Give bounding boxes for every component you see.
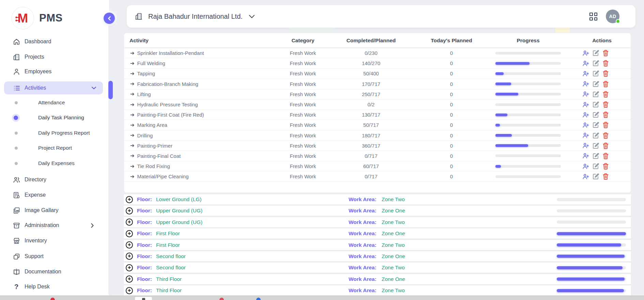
work-area-value: Zone One	[382, 208, 405, 214]
company-selector[interactable]: Raja Bahadur International Ltd.	[135, 5, 255, 28]
actions-cell	[578, 60, 631, 66]
category-cell: Fresh Work	[274, 60, 332, 66]
sidebar-item-documentation[interactable]: Documentation	[0, 266, 104, 277]
delete-icon[interactable]	[602, 122, 609, 128]
sidebar-scrollbar-thumb[interactable]	[108, 81, 113, 99]
delete-icon[interactable]	[602, 70, 609, 77]
sidebar-item-activities[interactable]: Activities	[4, 81, 103, 94]
edit-icon[interactable]	[593, 132, 599, 139]
floor-progress-bar	[557, 221, 626, 224]
arrow-right-icon: ➔	[130, 60, 135, 66]
sidebar-item-inventory[interactable]: Inventory	[0, 235, 104, 246]
activity-cell: ➔Tapping	[124, 71, 274, 77]
sidebar-subitem-project-report[interactable]: Project Report	[0, 143, 102, 153]
completed-planned-cell: 0/717	[332, 174, 410, 179]
col-activity: Activity	[124, 38, 274, 44]
sidebar-scrollbar-track[interactable]	[108, 24, 113, 296]
progress-bar	[495, 165, 561, 168]
delete-icon[interactable]	[602, 81, 609, 87]
sidebar-item-administration[interactable]: Administration	[0, 220, 104, 231]
expand-plus-icon[interactable]: +	[126, 241, 133, 249]
assign-user-icon[interactable]	[583, 163, 589, 169]
sidebar-item-dashboard[interactable]: Dashboard	[0, 36, 104, 47]
taskbar-app-icon[interactable]	[50, 298, 55, 300]
assign-user-icon[interactable]	[583, 142, 589, 149]
taskbar-active-app[interactable]	[135, 297, 152, 300]
question-icon: ?	[13, 283, 20, 290]
delete-icon[interactable]	[602, 163, 609, 169]
expand-plus-icon[interactable]: +	[126, 264, 133, 271]
delete-icon[interactable]	[602, 153, 609, 159]
sidebar-item-label: Dashboard	[25, 39, 51, 45]
work-area-label: Work Area:	[349, 276, 377, 282]
floor-label: Floor:	[137, 242, 152, 248]
floor-label: Floor:	[137, 265, 152, 271]
expand-plus-icon[interactable]: +	[126, 207, 133, 214]
actions-cell	[578, 111, 631, 118]
sidebar-item-help-desk[interactable]: ? Help Desk	[0, 281, 104, 292]
taskbar-app-icon[interactable]	[256, 298, 261, 300]
category-cell: Fresh Work	[274, 102, 332, 107]
expand-plus-icon[interactable]: +	[126, 196, 133, 203]
assign-user-icon[interactable]	[583, 173, 589, 180]
edit-icon[interactable]	[593, 163, 599, 169]
sidebar-item-employees[interactable]: Employees	[0, 66, 104, 77]
expand-plus-icon[interactable]: +	[126, 275, 133, 283]
sidebar-item-projects[interactable]: Projects	[0, 51, 104, 62]
floor-label: Floor:	[137, 253, 152, 259]
assign-user-icon[interactable]	[583, 111, 589, 118]
sidebar-item-image-gallary[interactable]: Image Gallary	[0, 205, 104, 216]
sidebar-collapse-button[interactable]	[104, 13, 115, 24]
edit-icon[interactable]	[593, 50, 599, 56]
logo-letter: M	[18, 12, 28, 25]
assign-user-icon[interactable]	[583, 153, 589, 159]
expand-plus-icon[interactable]: +	[126, 253, 133, 260]
sidebar-subitem-daily-progress-report[interactable]: Daily Progress Report	[0, 128, 102, 138]
assign-user-icon[interactable]	[583, 132, 589, 139]
sidebar-subitem-daily-expenses[interactable]: Daily Expenses	[0, 158, 102, 168]
expand-plus-icon[interactable]: +	[126, 219, 133, 226]
people-icon	[13, 176, 20, 183]
edit-icon[interactable]	[593, 153, 599, 159]
category-cell: Fresh Work	[274, 81, 332, 87]
edit-icon[interactable]	[593, 70, 599, 77]
table-row: ➔Sprinkler Installation-Pendant Fresh Wo…	[124, 48, 631, 58]
delete-icon[interactable]	[602, 101, 609, 108]
avatar[interactable]: AD	[606, 10, 619, 23]
delete-icon[interactable]	[602, 132, 609, 139]
taskbar-app-icon[interactable]	[219, 298, 224, 300]
expand-plus-icon[interactable]: +	[126, 287, 133, 294]
assign-user-icon[interactable]	[583, 60, 589, 66]
assign-user-icon[interactable]	[583, 122, 589, 128]
assign-user-icon[interactable]	[583, 81, 589, 87]
edit-icon[interactable]	[593, 111, 599, 118]
sidebar-subitem-attendance[interactable]: Attendance	[0, 97, 102, 108]
assign-user-icon[interactable]	[583, 91, 589, 97]
assign-user-icon[interactable]	[583, 50, 589, 56]
apps-grid-icon[interactable]	[589, 13, 597, 20]
edit-icon[interactable]	[593, 122, 599, 128]
edit-icon[interactable]	[593, 101, 599, 108]
floor-row: + Floor: Upper Ground (UG) Work Area: Zo…	[124, 217, 631, 227]
edit-icon[interactable]	[593, 91, 599, 97]
delete-icon[interactable]	[602, 60, 609, 66]
delete-icon[interactable]	[602, 50, 609, 56]
expand-plus-icon[interactable]: +	[126, 230, 133, 237]
delete-icon[interactable]	[602, 91, 609, 97]
delete-icon[interactable]	[602, 142, 609, 149]
assign-user-icon[interactable]	[583, 101, 589, 108]
edit-icon[interactable]	[593, 142, 599, 149]
edit-icon[interactable]	[593, 173, 599, 180]
assign-user-icon[interactable]	[583, 70, 589, 77]
sidebar-item-label: Documentation	[25, 269, 61, 275]
floor-progress-fill	[557, 289, 624, 292]
sidebar-item-directory[interactable]: Directory	[0, 174, 104, 185]
todays-planned-cell: 0	[410, 174, 493, 179]
edit-icon[interactable]	[593, 81, 599, 87]
sidebar-item-expense[interactable]: Expense	[0, 190, 104, 200]
delete-icon[interactable]	[602, 173, 609, 180]
delete-icon[interactable]	[602, 111, 609, 118]
sidebar-subitem-daily-task-planning[interactable]: Daily Task Planning	[0, 112, 102, 123]
edit-icon[interactable]	[593, 60, 599, 66]
sidebar-item-support[interactable]: Support	[0, 251, 104, 262]
